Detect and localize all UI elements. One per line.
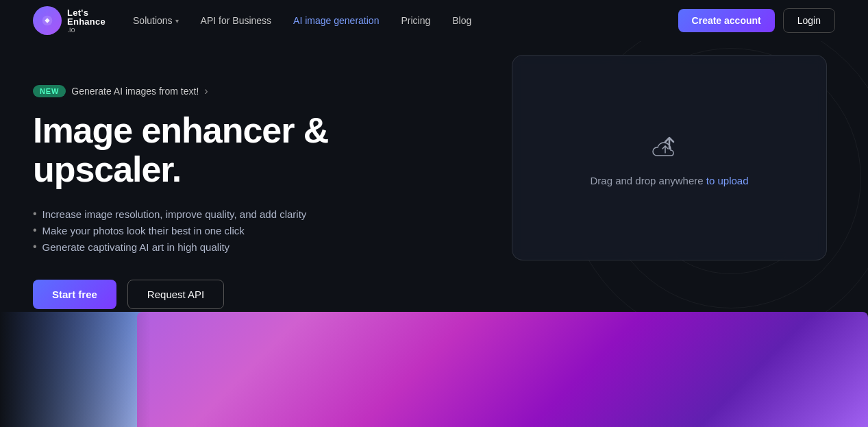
login-button[interactable]: Login: [783, 8, 835, 33]
navbar-right: Create account Login: [678, 8, 835, 33]
nav-ai-generation[interactable]: AI image generation: [293, 15, 379, 26]
bullet-3: Generate captivating AI art in high qual…: [33, 239, 417, 255]
navbar: Let'sEnhance .io Solutions ▾ API for Bus…: [0, 0, 868, 41]
upload-link[interactable]: to upload: [706, 175, 749, 186]
start-free-button[interactable]: Start free: [33, 280, 116, 309]
nav-links: Solutions ▾ API for Business AI image ge…: [133, 15, 471, 26]
hero-left: NEW Generate AI images from text! › Imag…: [33, 74, 417, 309]
logo-sub-text: .io: [67, 26, 106, 34]
logo[interactable]: Let'sEnhance .io: [33, 6, 106, 35]
new-badge: NEW: [33, 85, 66, 97]
solutions-chevron-icon: ▾: [175, 17, 179, 25]
nav-blog[interactable]: Blog: [452, 15, 471, 26]
nav-solutions[interactable]: Solutions ▾: [133, 15, 179, 26]
request-api-button[interactable]: Request API: [127, 280, 224, 309]
hero-title: Image enhancer & upscaler.: [33, 111, 417, 189]
bullet-2: Make your photos look their best in one …: [33, 222, 417, 239]
bullet-1: Increase image resolution, improve quali…: [33, 206, 417, 222]
badge-description: Generate AI images from text!: [71, 86, 199, 97]
logo-text: Let'sEnhance .io: [67, 8, 106, 34]
logo-icon: [33, 6, 62, 35]
hero-ctas: Start free Request API: [33, 280, 417, 309]
hero-section: NEW Generate AI images from text! › Imag…: [0, 41, 868, 315]
create-account-button[interactable]: Create account: [678, 9, 775, 32]
bottom-strip: [0, 312, 868, 427]
nav-api-business[interactable]: API for Business: [201, 15, 272, 26]
hero-right: Drag and drop anywhere to upload: [512, 55, 847, 260]
strip-main-color: [137, 312, 868, 427]
badge-arrow-icon: ›: [204, 85, 208, 97]
strip-fade-overlay: [0, 312, 151, 427]
hero-bullets: Increase image resolution, improve quali…: [33, 206, 417, 255]
nav-pricing[interactable]: Pricing: [401, 15, 430, 26]
upload-text: Drag and drop anywhere to upload: [590, 175, 748, 186]
new-badge-row: NEW Generate AI images from text! ›: [33, 85, 417, 97]
navbar-left: Let'sEnhance .io Solutions ▾ API for Bus…: [33, 6, 471, 35]
upload-cloud-icon: [652, 130, 687, 167]
upload-dropzone[interactable]: Drag and drop anywhere to upload: [512, 55, 827, 260]
logo-main-text: Let'sEnhance: [67, 8, 106, 26]
